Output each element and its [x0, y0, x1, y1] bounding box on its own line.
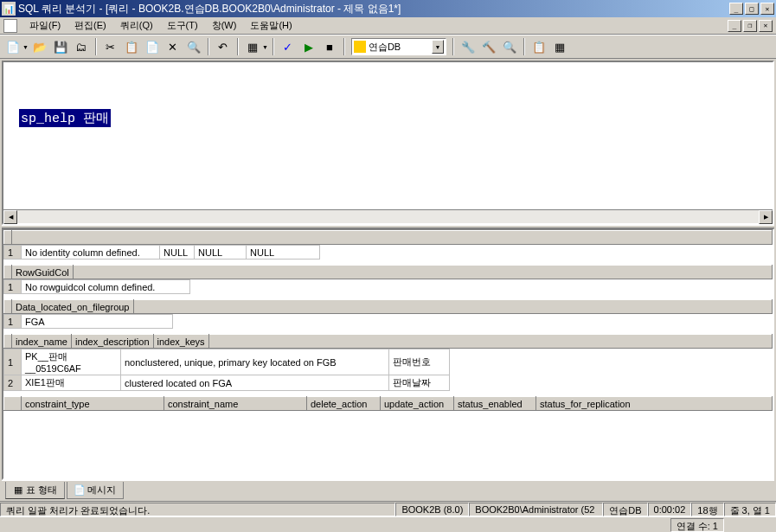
database-icon [354, 41, 366, 53]
cut-button[interactable]: ✂ [101, 37, 120, 56]
clear-button[interactable]: ✕ [164, 37, 183, 56]
cell: XIE1판매 [22, 375, 121, 391]
cell: FGA [22, 315, 173, 329]
menu-bar: 파일(F) 편집(E) 쿼리(Q) 도구(T) 창(W) 도움말(H) _ ❐ … [0, 17, 776, 35]
cell: No identity column defined. [22, 246, 160, 260]
window-title: SQL 쿼리 분석기 - [쿼리 - BOOK2B.연습DB.BOOK2B0\A… [18, 2, 729, 16]
results-pane: 1 No identity column defined. NULL NULL … [2, 228, 774, 480]
estimated-plan-button[interactable]: 🔧 [459, 37, 478, 56]
status-position: 줄 3, 열 1 [724, 503, 776, 516]
content-area: sp_help 판매 ◀ ▶ 1 No identity column defi… [0, 59, 776, 501]
results-mode-button[interactable]: ▦ [243, 37, 262, 56]
maximize-button[interactable]: □ [745, 3, 759, 15]
cell: 판매날짜 [389, 375, 450, 391]
table-row: 1 No identity column defined. NULL NULL … [4, 246, 320, 260]
minimize-button[interactable]: _ [729, 3, 743, 15]
column-header: constraint_type [22, 397, 164, 411]
title-bar: 📊 SQL 쿼리 분석기 - [쿼리 - BOOK2B.연습DB.BOOK2B0… [0, 0, 776, 17]
scroll-left-button[interactable]: ◀ [3, 210, 17, 224]
constraint-result: constraint_type constraint_name delete_a… [3, 396, 773, 411]
table-row: 2 XIE1판매 clustered located on FGA 판매날짜 [4, 375, 450, 391]
status-db: 연습DB [603, 503, 647, 516]
tab-grid[interactable]: ▦ 표 형태 [5, 482, 65, 499]
show-trace-button[interactable]: ▦ [550, 37, 569, 56]
column-header: status_enabled [454, 397, 536, 411]
tab-messages[interactable]: 📄 메시지 [67, 482, 124, 499]
menu-file[interactable]: 파일(F) [22, 17, 67, 34]
copy-button[interactable]: 📋 [122, 37, 141, 56]
tab-label: 메시지 [87, 484, 116, 497]
status-bar: 쿼리 일괄 처리가 완료되었습니다. BOOK2B (8.0) BOOK2B0\… [0, 501, 776, 516]
cell: 판매번호 [389, 349, 450, 375]
row-number: 1 [4, 246, 22, 260]
mdi-minimize-button[interactable]: _ [728, 20, 741, 32]
object-browser-button[interactable]: 🔨 [479, 37, 498, 56]
row-number: 2 [4, 375, 22, 391]
grid-icon: ▦ [13, 485, 23, 496]
column-header: Data_located_on_filegroup [12, 300, 134, 314]
table-row: 1 No rowguidcol column defined. [4, 280, 190, 294]
status-user: BOOK2B0\Administrator (52 [469, 503, 603, 516]
result-tabs: ▦ 표 형태 📄 메시지 [2, 480, 774, 499]
new-button[interactable]: 📄 [3, 37, 22, 56]
cell: NULL [247, 246, 320, 260]
parse-button[interactable]: ✓ [279, 37, 298, 56]
open-button[interactable]: 📂 [30, 37, 49, 56]
toolbar: 📄 ▼ 📂 💾 🗂 ✂ 📋 📄 ✕ 🔍 ↶ ▦ ▼ ✓ ▶ ■ 연습DB ▼ 🔧… [0, 35, 776, 59]
status-rows: 18행 [691, 503, 723, 516]
object-search-button[interactable]: 🔍 [500, 37, 519, 56]
save-button[interactable]: 💾 [51, 37, 70, 56]
table-row: 1 FGA [4, 315, 173, 329]
cell: No rowguidcol column defined. [22, 280, 190, 294]
filegroup-result: Data_located_on_filegroup 1 FGA [3, 299, 773, 329]
status-server: BOOK2B (8.0) [395, 503, 469, 516]
scroll-track[interactable] [17, 210, 759, 223]
dropdown-arrow-icon[interactable]: ▼ [22, 44, 29, 50]
menu-tool[interactable]: 도구(T) [160, 17, 205, 34]
undo-button[interactable]: ↶ [214, 37, 233, 56]
column-header: update_action [381, 397, 454, 411]
cell: NULL [160, 246, 195, 260]
horizontal-scrollbar[interactable]: ◀ ▶ [3, 209, 773, 223]
menu-window[interactable]: 창(W) [205, 17, 244, 34]
query-editor[interactable]: sp_help 판매 [3, 62, 773, 209]
database-name: 연습DB [369, 41, 432, 54]
dropdown-arrow-icon[interactable]: ▼ [262, 44, 268, 50]
app-icon: 📊 [2, 2, 16, 16]
mdi-icon [3, 19, 17, 33]
menu-help[interactable]: 도움말(H) [243, 17, 298, 34]
show-plan-button[interactable]: 📋 [529, 37, 548, 56]
find-button[interactable]: 🔍 [184, 37, 203, 56]
column-header: delete_action [307, 397, 381, 411]
menu-edit[interactable]: 편집(E) [67, 17, 113, 34]
cell: NULL [195, 246, 247, 260]
status-message: 쿼리 일괄 처리가 완료되었습니다. [0, 503, 395, 516]
selected-sql-text: sp_help 판매 [19, 109, 111, 127]
column-header: index_name [12, 335, 72, 349]
cell: PK__판매__0519C6AF [22, 349, 121, 375]
dropdown-button[interactable]: ▼ [432, 40, 444, 54]
table-row: 1 PK__판매__0519C6AF nonclustered, unique,… [4, 349, 450, 375]
stop-button[interactable]: ■ [320, 37, 339, 56]
column-header: index_description [71, 335, 153, 349]
query-editor-pane: sp_help 판매 ◀ ▶ [2, 61, 774, 225]
column-header: status_for_replication [536, 397, 773, 411]
template-button[interactable]: 🗂 [72, 37, 91, 56]
menu-query[interactable]: 쿼리(Q) [113, 17, 160, 34]
close-button[interactable]: ✕ [760, 3, 774, 15]
identity-result: 1 No identity column defined. NULL NULL … [3, 230, 773, 260]
mdi-close-button[interactable]: ✕ [759, 20, 773, 32]
mdi-restore-button[interactable]: ❐ [743, 20, 757, 32]
paste-button[interactable]: 📄 [143, 37, 162, 56]
status-connections: 연결 수: 1 [670, 518, 724, 532]
status-time: 0:00:02 [648, 503, 692, 516]
database-selector[interactable]: 연습DB ▼ [351, 38, 446, 55]
scroll-right-button[interactable]: ▶ [759, 210, 773, 224]
column-header: constraint_name [164, 397, 307, 411]
tab-label: 표 형태 [26, 484, 57, 497]
cell: clustered located on FGA [121, 375, 389, 391]
rowguidcol-result: RowGuidCol 1 No rowguidcol column define… [3, 265, 773, 294]
row-number: 1 [4, 315, 22, 329]
row-number: 1 [4, 280, 22, 294]
execute-button[interactable]: ▶ [299, 37, 318, 56]
